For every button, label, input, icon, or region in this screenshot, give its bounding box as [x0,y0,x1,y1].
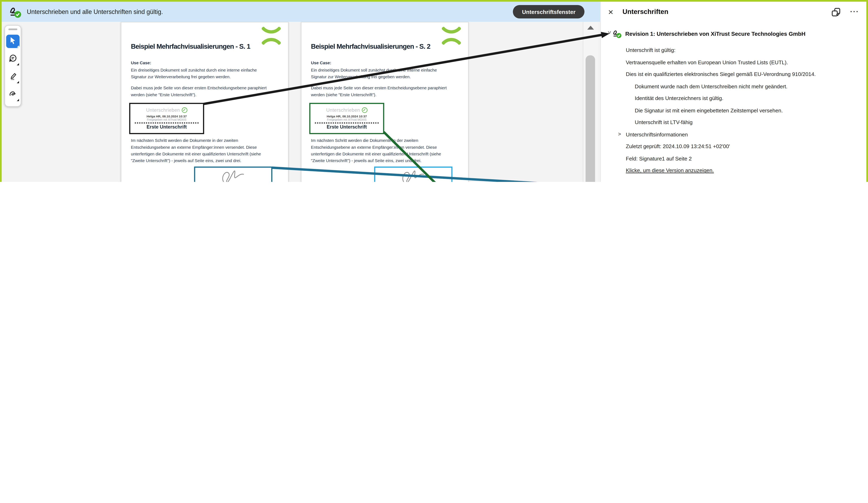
handwritten-signature [218,169,248,182]
paragraph-line: werden (siehe "Erste Unterschrift"). [131,92,267,98]
draw-tool[interactable] [6,88,19,102]
signature-field-p1-1[interactable]: Unterschrieben✓Helga HR, 08.10.2024 10:3… [129,103,204,134]
panel-title: Unterschriften [622,8,668,16]
vertical-scroll-thumb[interactable] [586,55,595,182]
signed-label-row: Unterschrieben✓ [130,107,203,113]
chevron-right-icon[interactable]: > [618,128,621,141]
detail-line: Dokument wurde nach dem Unterschreiben n… [626,80,866,92]
use-case-label: Use Case: [131,61,151,65]
body-paragraph: Dabei muss jede Seite von dieser ersten … [311,85,447,98]
pdf-page-1: Beispiel Mehrfachvisualisierungen - S. 1… [121,22,289,182]
detail-line: Vertrauensquelle erhalten von European U… [626,56,866,68]
signature-field-label: Erste Unterschrift [310,124,383,130]
signed-label-row: Unterschrieben✓ [310,107,383,113]
signatures-panel-header: ✕ Unterschriften ··· [601,2,866,25]
signature-info-row[interactable]: >Unterschriftsinformationen [626,128,866,141]
highlight-tool[interactable] [6,70,19,84]
body-paragraph: Ein dreiseitiges Dokument soll zunächst … [311,67,437,81]
scribble-icon [8,89,17,101]
signer-line: Helga HR, 08.10.2024 10:37 [310,115,383,118]
paragraph-line: Signatur zur Weiterverarbeitung frei geg… [131,74,257,81]
paragraph-line: Entscheidungsebene an externe Empfänger:… [131,144,261,151]
revision-row-1[interactable]: >Revision 1: Unterschrieben von XiTrust … [601,26,866,41]
detail-line: Dies ist ein qualifiziertes elektronisch… [626,68,866,81]
page-title: Beispiel Mehrfachvisualisierungen - S. 2 [311,42,430,50]
paragraph-line: unterfertigen die Dokumente mit einer qu… [311,151,441,158]
paragraph-line: Signatur zur Weiterverarbeitung frei geg… [311,74,437,81]
signature-field-p2-2[interactable]: Externe Partner, 05.10.2021 10:39Zweite … [374,167,452,182]
validate-all-icon[interactable] [830,7,842,18]
xitrust-logo-icon [262,27,281,44]
signer-line: Helga HR, 08.10.2024 10:37 [130,115,203,118]
seal-check-icon: ✓ [182,107,187,113]
body-paragraph: Dabei muss jede Seite von dieser ersten … [131,85,267,98]
signature-valid-icon [8,5,22,18]
close-icon[interactable]: ✕ [608,8,613,16]
paragraph-line: "Zweite Unterschrift") - jeweils auf Sei… [131,158,261,164]
select-tool[interactable] [6,34,19,48]
signature-status-banner: Unterschrieben und alle Unterschriften s… [2,2,600,22]
xitrust-logo-icon [442,27,461,44]
revision-row-2[interactable]: >Revision 2: Unterschrieben von XiTrust … [601,180,866,182]
use-case-label: Use Case: [311,61,331,65]
detail-line: Unterschrift ist gültig: [626,44,866,56]
signature-status-icon [612,29,622,39]
signed-label: Unterschrieben [146,107,180,113]
signature-field-p2-1[interactable]: Unterschrieben✓Helga HR, 08.10.2024 10:3… [309,103,384,134]
signer-subline: Freigegeben mit XiTrust MOXIS [310,118,383,122]
signatures-panel: ✕ Unterschriften ··· >Revision 1: Unters… [600,2,866,182]
cursor-icon [8,36,17,47]
comment-icon [8,54,17,65]
paragraph-line: Entscheidungsebene an externe Empfänger:… [311,144,441,151]
pdf-page-2: Beispiel Mehrfachvisualisierungen - S. 2… [301,22,469,182]
vertical-scrollbar[interactable] [583,22,597,182]
show-version-link[interactable]: Klicke, um diese Version anzuzeigen. [626,165,866,177]
detail-line: Die Signatur ist mit einem eingebetteten… [626,104,866,116]
signed-label: Unterschrieben [326,107,360,113]
paragraph-line: "Zweite Unterschrift") - jeweils auf Sei… [311,158,441,164]
signature-field-p1-2[interactable]: Externe Partner, 05.10.2021 10:39Zweite … [194,167,272,182]
body-paragraph: Im nächsten Schritt werden die Dokumente… [131,137,261,164]
handwritten-signature [398,169,428,182]
document-viewport: Beispiel Mehrfachvisualisierungen - S. 1… [2,22,600,182]
body-paragraph: Im nächsten Schritt werden die Dokumente… [311,137,441,164]
scroll-up-icon[interactable] [587,26,594,30]
signature-panel-button[interactable]: Unterschriftsfenster [513,5,585,18]
paragraph-line: Dabei muss jede Seite von dieser ersten … [311,85,447,92]
paragraph-line: werden (siehe "Erste Unterschrift"). [311,92,447,98]
detail-line: Unterschrift ist LTV-fähig [626,116,866,128]
paragraph-line: unterfertigen die Dokumente mit einer qu… [131,151,261,158]
paragraph-line: Ein dreiseitiges Dokument soll zunächst … [311,67,437,74]
detail-line: Identität des Unterzeichners ist gültig. [626,92,866,104]
toolbar-drag-handle[interactable] [8,29,17,30]
paragraph-line: Dabei muss jede Seite von dieser ersten … [131,85,267,92]
more-options-icon[interactable]: ··· [850,7,859,15]
chevron-down-icon[interactable]: > [607,31,612,36]
signature-field-label: Erste Unterschrift [130,124,203,130]
page-title: Beispiel Mehrfachvisualisierungen - S. 1 [131,42,250,50]
seal-check-icon: ✓ [362,107,368,113]
revision-title: Revision 1: Unterschrieben von XiTrust S… [625,31,806,36]
paragraph-line: Im nächsten Schritt werden die Dokumente… [311,137,441,144]
paragraph-line: Ein dreiseitiges Dokument soll zunächst … [131,67,257,74]
last-checked-line: Zuletzt geprüft: 2024.10.09 13:24:51 +02… [626,140,866,153]
signature-info-label: Unterschriftsinformationen [626,131,688,137]
signer-subline: Freigegeben mit XiTrust MOXIS [130,118,203,122]
comment-tool[interactable] [6,53,19,66]
dotted-line [135,123,199,124]
paragraph-line: Im nächsten Schritt werden die Dokumente… [131,137,261,144]
quick-tools-toolbar [4,25,21,107]
dotted-line [315,123,379,124]
revisions-list: >Revision 1: Unterschrieben von XiTrust … [601,26,866,182]
revision-details-1: Unterschrift ist gültig:Vertrauensquelle… [601,44,866,176]
field-line: Feld: Signature1 auf Seite 2 [626,153,866,165]
pen-icon [8,72,17,83]
acrobat-window: Unterschrieben und alle Unterschriften s… [0,0,868,182]
banner-status-text: Unterschrieben und alle Unterschriften s… [27,8,163,15]
body-paragraph: Ein dreiseitiges Dokument soll zunächst … [131,67,257,81]
